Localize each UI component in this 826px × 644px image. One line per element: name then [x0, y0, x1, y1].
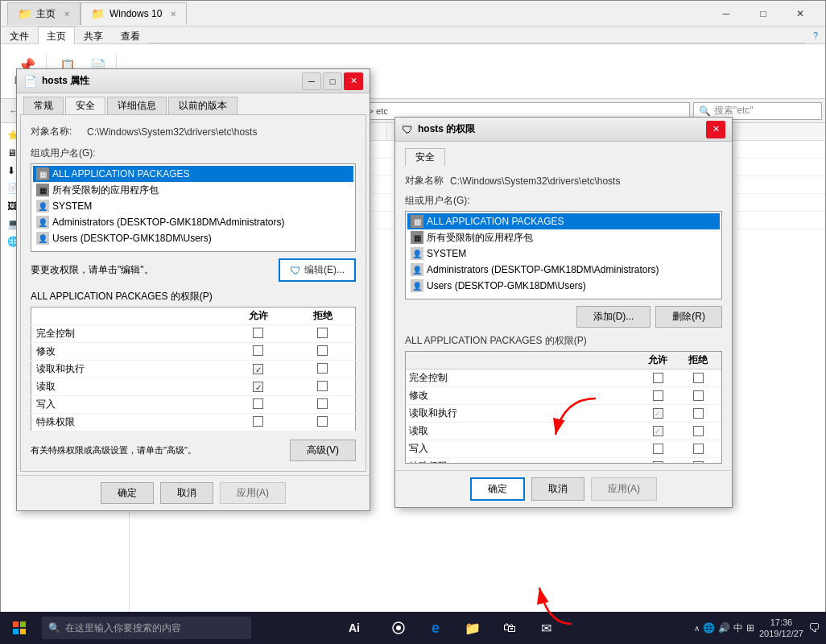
perms-perm-special: 特殊权限 — [409, 460, 638, 464]
props-ok-button[interactable]: 确定 — [101, 482, 154, 504]
perms-tab-security[interactable]: 安全 — [405, 148, 445, 166]
tray-lang-label[interactable]: 中 — [733, 621, 743, 635]
perms-check-special-deny[interactable] — [693, 461, 704, 464]
taskbar-start-button[interactable] — [0, 612, 39, 644]
dialog-props-body: 对象名称: C:\Windows\System32\drivers\etc\ho… — [20, 114, 366, 472]
perm-deny-modify — [291, 343, 356, 361]
perms-add-button[interactable]: 添加(D)... — [576, 306, 651, 328]
dialog-props-tab-previous[interactable]: 以前的版本 — [168, 97, 237, 114]
perms-allow-write[interactable] — [638, 444, 678, 454]
taskbar-task-view-btn[interactable] — [384, 613, 413, 642]
explorer-tab-home[interactable]: 📁 主页 ✕ — [7, 2, 81, 25]
perms-cancel-button[interactable]: 取消 — [531, 477, 584, 501]
taskbar-search-icon: 🔍 — [48, 622, 60, 634]
perms-deny-write[interactable] — [678, 444, 718, 454]
tray-notification-icon[interactable]: 🗨 — [808, 621, 820, 634]
tray-sound-icon[interactable]: 🔊 — [718, 622, 730, 634]
perms-user-system[interactable]: 👤 SYSTEM — [407, 246, 720, 262]
perms-object-value: C:\Windows\System32\drivers\etc\hosts — [450, 175, 620, 187]
props-user-users[interactable]: 👤 Users (DESKTOP-GMK18DM\Users) — [33, 230, 353, 246]
props-apply-button[interactable]: 应用(A) — [220, 482, 286, 504]
taskbar-edge-btn[interactable]: e — [421, 613, 450, 642]
dialog-props-maximize[interactable]: □ — [323, 72, 342, 90]
props-edit-button[interactable]: 🛡 编辑(E)... — [279, 258, 356, 282]
tray-chevron[interactable]: ∧ — [694, 624, 700, 633]
perms-row-special: 特殊权限 — [406, 458, 721, 464]
time-display: 17:36 — [759, 617, 803, 628]
perm-name-special: 特殊权限 — [31, 414, 226, 431]
perms-check-readexec-deny[interactable] — [693, 408, 704, 419]
ribbon-tab-home[interactable]: 主页 — [38, 27, 75, 44]
perms-deny-readexec[interactable] — [678, 408, 718, 419]
close-window-button[interactable]: ✕ — [782, 1, 819, 27]
perms-check-modify-deny[interactable] — [693, 390, 704, 401]
props-edit-section: 要更改权限，请单击"编辑"。 🛡 编辑(E)... — [31, 258, 356, 282]
dialog-props-tab-general[interactable]: 常规 — [23, 97, 64, 114]
perm-name-readexec: 读取和执行 — [31, 361, 226, 378]
perm-header-allow: 允许 — [638, 353, 678, 367]
taskbar-explorer-btn[interactable]: 📁 — [458, 613, 487, 642]
dialog-props-tab-security[interactable]: 安全 — [65, 97, 105, 114]
perms-check-read-allow[interactable] — [653, 426, 663, 436]
perms-deny-special[interactable] — [678, 461, 718, 464]
ribbon-tab-share[interactable]: 共享 — [75, 27, 112, 43]
perms-deny-fullcontrol[interactable] — [678, 373, 718, 383]
tab-win10-close[interactable]: ✕ — [170, 10, 176, 19]
props-user-admins[interactable]: 👤 Administrators (DESKTOP-GMK18DM\Admini… — [33, 214, 353, 230]
perms-row-fullcontrol: 完全控制 — [406, 369, 721, 387]
taskbar-store-btn[interactable]: 🛍 — [495, 613, 524, 642]
taskbar-time[interactable]: 17:36 2019/12/27 — [759, 617, 803, 640]
windows-logo-icon — [12, 621, 27, 635]
props-advanced-button[interactable]: 高级(V) — [290, 440, 356, 461]
perms-user-admins[interactable]: 👤 Administrators (DESKTOP-GMK18DM\Admini… — [407, 262, 720, 278]
perms-check-fullcontrol-allow[interactable] — [653, 373, 663, 383]
dialog-props-tab-details[interactable]: 详细信息 — [107, 97, 167, 114]
perm-check-modify-deny — [317, 345, 328, 356]
perms-user-users[interactable]: 👤 Users (DESKTOP-GMK18DM\Users) — [407, 278, 720, 294]
props-user-icon-3: 👤 — [36, 200, 49, 213]
perms-allow-readexec[interactable] — [638, 408, 678, 419]
perms-allow-fullcontrol[interactable] — [638, 373, 678, 383]
perms-check-read-deny[interactable] — [693, 426, 704, 436]
tab-home-close[interactable]: ✕ — [64, 10, 70, 19]
perms-allow-special[interactable] — [638, 461, 678, 464]
tray-network-icon[interactable]: 🌐 — [703, 622, 715, 634]
dialog-perms-close[interactable]: ✕ — [706, 121, 725, 138]
ribbon-tab-file[interactable]: 文件 — [1, 27, 38, 43]
props-user-restricted[interactable]: ▦ 所有受限制的应用程序包 — [33, 182, 353, 198]
perms-check-fullcontrol-deny[interactable] — [693, 373, 704, 383]
perms-remove-button[interactable]: 删除(R) — [655, 306, 722, 328]
perms-check-readexec-allow[interactable] — [653, 408, 663, 419]
props-user-icon-1: ▦ — [36, 167, 49, 180]
explorer-tab-win10[interactable]: 📁 Windows 10 ✕ — [81, 2, 187, 25]
perms-check-write-deny[interactable] — [693, 444, 704, 454]
perms-allow-modify[interactable] — [638, 390, 678, 401]
perms-deny-read[interactable] — [678, 426, 718, 436]
dialog-props-minimize[interactable]: ─ — [302, 72, 321, 90]
props-users-list: ▦ ALL APPLICATION PACKAGES ▦ 所有受限制的应用程序包… — [31, 163, 356, 252]
perms-ok-button[interactable]: 确定 — [470, 477, 525, 501]
perms-check-special-allow[interactable] — [653, 461, 663, 464]
perms-user-all-apps[interactable]: ▦ ALL APPLICATION PACKAGES — [407, 213, 720, 229]
props-user-system[interactable]: 👤 SYSTEM — [33, 198, 353, 214]
dialog-props-close[interactable]: ✕ — [344, 72, 363, 90]
taskbar-search-box[interactable]: 🔍 在这里输入你要搜索的内容 — [42, 617, 251, 639]
perms-tabs: 安全 — [405, 148, 722, 169]
minimize-button[interactable]: ─ — [708, 1, 745, 27]
perms-allow-read[interactable] — [638, 426, 678, 436]
perms-user-name-2: 所有受限制的应用程序包 — [427, 231, 533, 245]
ribbon-help-btn[interactable]: ? — [806, 27, 825, 44]
taskbar-right: ∧ 🌐 🔊 中 ⊞ 17:36 2019/12/27 🗨 — [694, 617, 826, 640]
ribbon-tab-view[interactable]: 查看 — [112, 27, 149, 43]
perm-allow-write — [225, 396, 291, 414]
props-user-all-apps[interactable]: ▦ ALL APPLICATION PACKAGES — [33, 166, 353, 182]
perms-apply-button[interactable]: 应用(A) — [591, 477, 657, 501]
tray-grid-icon[interactable]: ⊞ — [746, 622, 754, 634]
perms-user-restricted[interactable]: ▦ 所有受限制的应用程序包 — [407, 229, 720, 246]
ai-label[interactable]: Ai — [337, 612, 371, 644]
maximize-button[interactable]: □ — [745, 1, 782, 27]
perms-check-write-allow[interactable] — [653, 444, 663, 454]
perms-deny-modify[interactable] — [678, 390, 718, 401]
perms-check-modify-allow[interactable] — [653, 390, 663, 401]
props-cancel-button[interactable]: 取消 — [160, 482, 213, 504]
